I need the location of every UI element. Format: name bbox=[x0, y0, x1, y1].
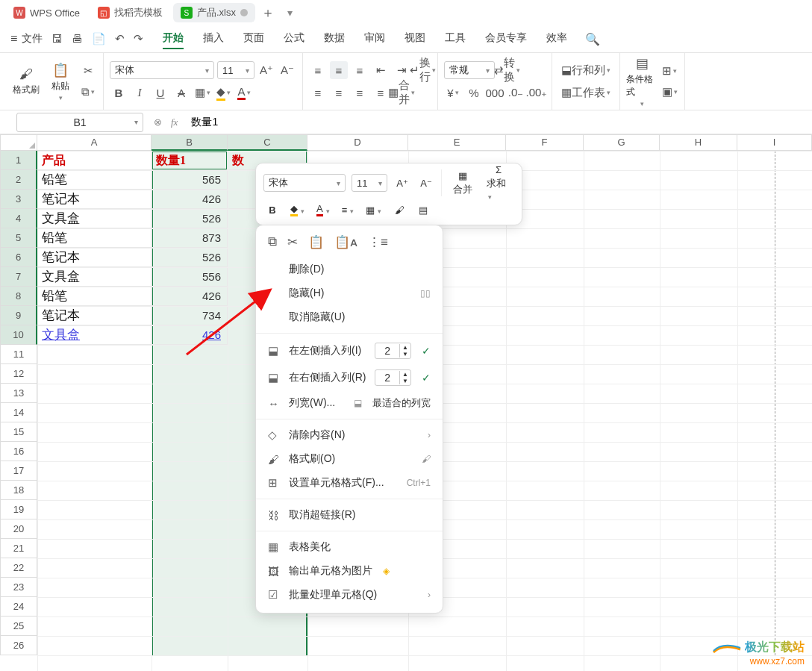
cell[interactable]: 文具盒 bbox=[37, 267, 152, 287]
cell[interactable]: 565 bbox=[152, 170, 228, 190]
font-color-button[interactable]: A bbox=[235, 84, 253, 102]
align-top-button[interactable]: ≡ bbox=[309, 61, 327, 79]
cell[interactable]: 铅笔 bbox=[37, 170, 152, 190]
ctx-clear[interactable]: ◇ 清除内容(N) › bbox=[256, 423, 443, 447]
rowcol-button[interactable]: ⬓ 行和列 bbox=[558, 61, 613, 79]
cell[interactable]: 426 bbox=[152, 190, 228, 209]
menu-data[interactable]: 数据 bbox=[324, 28, 345, 49]
select-all-corner[interactable] bbox=[0, 134, 37, 151]
fx-icon[interactable]: fx bbox=[171, 116, 178, 128]
col-header-H[interactable]: H bbox=[660, 134, 737, 151]
mini-font-color-button[interactable]: A bbox=[313, 201, 333, 219]
menu-efficiency[interactable]: 效率 bbox=[546, 28, 567, 49]
row-header-22[interactable]: 22 bbox=[0, 558, 37, 578]
cell[interactable]: 铅笔 bbox=[37, 228, 152, 248]
menu-insert[interactable]: 插入 bbox=[203, 28, 224, 49]
percent-button[interactable]: % bbox=[465, 84, 483, 102]
col-header-A[interactable]: A bbox=[37, 134, 152, 151]
row-header-20[interactable]: 20 bbox=[0, 519, 37, 539]
cell[interactable]: 526 bbox=[152, 209, 228, 228]
menu-formula[interactable]: 公式 bbox=[284, 28, 304, 49]
mini-increase-font-button[interactable]: A⁺ bbox=[393, 174, 411, 192]
cell[interactable]: 873 bbox=[152, 228, 228, 248]
print-icon[interactable]: 🖶 bbox=[72, 32, 83, 46]
ctx-paste-icon[interactable]: 📋 bbox=[308, 234, 324, 250]
increase-font-button[interactable]: A⁺ bbox=[257, 61, 275, 79]
cell[interactable]: 文具盒 bbox=[37, 325, 152, 345]
row-header-24[interactable]: 24 bbox=[0, 597, 37, 617]
thousands-button[interactable]: 000 bbox=[486, 84, 504, 102]
ctx-cut-icon[interactable]: ✂ bbox=[287, 234, 298, 250]
ctx-copy-icon[interactable]: ⧉ bbox=[268, 234, 277, 250]
align-middle-button[interactable]: ≡ bbox=[330, 61, 348, 79]
number-format-select[interactable]: 常规 bbox=[444, 61, 495, 79]
row-header-4[interactable]: 4 bbox=[0, 209, 37, 228]
cell[interactable]: 产品 bbox=[37, 151, 152, 170]
cancel-formula-icon[interactable]: ⊗ bbox=[154, 116, 162, 128]
row-header-25[interactable]: 25 bbox=[0, 617, 37, 636]
cell[interactable]: 笔记本 bbox=[37, 248, 152, 267]
print-preview-icon[interactable]: 📄 bbox=[92, 32, 106, 46]
mini-format-brush-button[interactable]: 🖌 bbox=[390, 201, 408, 219]
align-center-button[interactable]: ≡ bbox=[330, 84, 348, 102]
decrease-indent-button[interactable]: ⇤ bbox=[372, 61, 390, 79]
cell[interactable]: 426 bbox=[152, 325, 228, 345]
menu-page[interactable]: 页面 bbox=[243, 28, 264, 49]
align-right-button[interactable]: ≡ bbox=[351, 84, 369, 102]
copy-button[interactable]: ⧉ bbox=[79, 83, 97, 101]
increase-indent-button[interactable]: ⇥ bbox=[393, 61, 410, 79]
cell[interactable]: 笔记本 bbox=[37, 190, 152, 209]
search-icon[interactable]: 🔍 bbox=[585, 32, 600, 46]
save-icon[interactable]: 🖫 bbox=[51, 32, 63, 46]
font-size-select[interactable]: 11 bbox=[217, 61, 254, 79]
mini-fill-color-button[interactable]: ◆ bbox=[287, 201, 307, 219]
tab-template[interactable]: ◱ 找稻壳模板 bbox=[90, 3, 170, 22]
mini-bold-button[interactable]: B bbox=[263, 201, 281, 219]
align-bottom-button[interactable]: ≡ bbox=[351, 61, 369, 79]
increase-decimal-button[interactable]: .00₊ bbox=[528, 84, 546, 102]
italic-button[interactable]: I bbox=[131, 84, 149, 102]
row-header-15[interactable]: 15 bbox=[0, 422, 37, 442]
row-header-26[interactable]: 26 bbox=[0, 636, 37, 655]
row-header-1[interactable]: 1 bbox=[0, 151, 37, 170]
tab-overflow-button[interactable]: ▾ bbox=[281, 3, 300, 22]
ctx-batch[interactable]: ☑ 批量处理单元格(Q) › bbox=[256, 583, 443, 607]
file-menu[interactable]: 文件 bbox=[22, 32, 43, 46]
menu-tools[interactable]: 工具 bbox=[445, 28, 466, 49]
col-header-G[interactable]: G bbox=[584, 134, 660, 151]
cell[interactable]: 526 bbox=[152, 248, 228, 267]
font-family-select[interactable]: 宋体 bbox=[110, 61, 214, 79]
menu-review[interactable]: 审阅 bbox=[364, 28, 385, 49]
row-header-14[interactable]: 14 bbox=[0, 403, 37, 422]
mini-table-button[interactable]: ▤ bbox=[414, 201, 432, 219]
cell[interactable]: 铅笔 bbox=[37, 287, 152, 306]
menu-start[interactable]: 开始 bbox=[163, 28, 184, 49]
col-header-B[interactable]: B bbox=[152, 134, 228, 151]
bold-button[interactable]: B bbox=[110, 84, 128, 102]
mini-sum-button[interactable]: Σ 求和 bbox=[484, 174, 513, 192]
cond-format-button[interactable]: ▤ 条件格式 ▾ bbox=[626, 57, 658, 105]
ctx-format-brush[interactable]: 🖌 格式刷(O) 🖌 bbox=[256, 447, 443, 471]
row-header-5[interactable]: 5 bbox=[0, 228, 37, 248]
ctx-insert-right-spinner[interactable]: 2 ▲▼ bbox=[375, 369, 411, 386]
ctx-hide[interactable]: 隐藏(H) ▯▯ bbox=[256, 281, 443, 305]
mini-align-button[interactable]: ≡ bbox=[339, 201, 357, 219]
mini-font-family-select[interactable]: 宋体 bbox=[263, 174, 346, 192]
ctx-export-img[interactable]: 🖼 输出单元格为图片 ◈ bbox=[256, 559, 443, 583]
border-button[interactable]: ▦ bbox=[193, 84, 211, 102]
tab-wps-home[interactable]: W WPS Office bbox=[6, 3, 87, 22]
col-header-F[interactable]: F bbox=[506, 134, 584, 151]
mini-border-button[interactable]: ▦ bbox=[363, 201, 384, 219]
ctx-insert-left-spinner[interactable]: 2 ▲▼ bbox=[375, 343, 411, 359]
col-header-D[interactable]: D bbox=[307, 134, 408, 151]
row-header-16[interactable]: 16 bbox=[0, 442, 37, 461]
row-header-6[interactable]: 6 bbox=[0, 248, 37, 267]
mini-decrease-font-button[interactable]: A⁻ bbox=[417, 174, 435, 192]
name-box[interactable]: B1 bbox=[16, 113, 143, 132]
row-header-8[interactable]: 8 bbox=[0, 287, 37, 306]
decrease-decimal-button[interactable]: .0₋ bbox=[507, 84, 525, 102]
menu-member[interactable]: 会员专享 bbox=[485, 28, 527, 49]
row-header-9[interactable]: 9 bbox=[0, 306, 37, 325]
row-header-17[interactable]: 17 bbox=[0, 461, 37, 481]
new-tab-button[interactable]: ＋ bbox=[258, 3, 278, 22]
